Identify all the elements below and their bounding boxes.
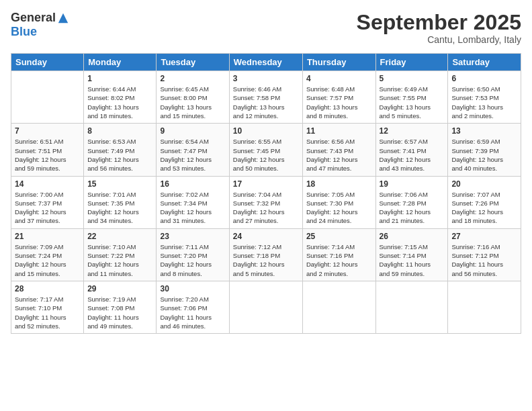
day-number: 30 <box>160 284 225 293</box>
day-number: 18 <box>306 179 372 189</box>
day-number: 28 <box>15 284 80 293</box>
day-info: Sunrise: 6:46 AMSunset: 7:58 PMDaylight:… <box>233 85 299 120</box>
calendar-cell <box>375 281 448 333</box>
calendar-cell <box>229 281 302 333</box>
calendar-cell: 24Sunrise: 7:12 AMSunset: 7:18 PMDayligh… <box>229 228 302 281</box>
subtitle: Cantu, Lombardy, Italy <box>357 34 521 45</box>
day-info: Sunrise: 7:16 AMSunset: 7:12 PMDaylight:… <box>451 242 517 278</box>
day-number: 10 <box>233 126 299 136</box>
calendar-cell: 23Sunrise: 7:11 AMSunset: 7:20 PMDayligh… <box>157 228 229 281</box>
day-info: Sunrise: 7:02 AMSunset: 7:34 PMDaylight:… <box>160 190 225 226</box>
day-header-tuesday: Tuesday <box>157 54 229 71</box>
day-header-sunday: Sunday <box>11 54 84 71</box>
day-number: 5 <box>380 74 445 83</box>
calendar: SundayMondayTuesdayWednesdayThursdayFrid… <box>11 53 521 334</box>
day-number: 8 <box>87 126 152 136</box>
day-info: Sunrise: 7:01 AMSunset: 7:35 PMDaylight:… <box>87 190 152 226</box>
calendar-cell: 25Sunrise: 7:14 AMSunset: 7:16 PMDayligh… <box>302 228 375 281</box>
day-info: Sunrise: 7:05 AMSunset: 7:30 PMDaylight:… <box>306 190 372 226</box>
calendar-cell: 14Sunrise: 7:00 AMSunset: 7:37 PMDayligh… <box>11 176 84 228</box>
day-number: 3 <box>233 74 299 83</box>
calendar-week-1: 1Sunrise: 6:44 AMSunset: 8:02 PMDaylight… <box>11 71 521 124</box>
day-info: Sunrise: 7:06 AMSunset: 7:28 PMDaylight:… <box>380 190 445 226</box>
calendar-cell: 13Sunrise: 6:59 AMSunset: 7:39 PMDayligh… <box>448 124 521 176</box>
header-row: SundayMondayTuesdayWednesdayThursdayFrid… <box>11 54 521 71</box>
day-info: Sunrise: 6:59 AMSunset: 7:39 PMDaylight:… <box>451 137 517 173</box>
day-header-thursday: Thursday <box>302 54 375 71</box>
calendar-cell: 28Sunrise: 7:17 AMSunset: 7:10 PMDayligh… <box>11 281 84 333</box>
day-number: 26 <box>380 232 445 241</box>
day-info: Sunrise: 6:48 AMSunset: 7:57 PMDaylight:… <box>306 85 372 120</box>
calendar-cell <box>448 281 521 333</box>
calendar-cell: 6Sunrise: 6:50 AMSunset: 7:53 PMDaylight… <box>448 71 521 124</box>
month-title: September 2025 <box>357 11 521 34</box>
day-number: 22 <box>87 232 152 241</box>
calendar-cell: 5Sunrise: 6:49 AMSunset: 7:55 PMDaylight… <box>375 71 448 124</box>
day-number: 14 <box>15 179 80 189</box>
logo: General Blue <box>11 11 69 39</box>
day-number: 29 <box>87 284 152 293</box>
day-info: Sunrise: 7:12 AMSunset: 7:18 PMDaylight:… <box>233 242 299 278</box>
day-info: Sunrise: 6:45 AMSunset: 8:00 PMDaylight:… <box>160 85 225 120</box>
calendar-cell: 18Sunrise: 7:05 AMSunset: 7:30 PMDayligh… <box>302 176 375 228</box>
day-number: 6 <box>451 74 517 83</box>
day-info: Sunrise: 7:19 AMSunset: 7:08 PMDaylight:… <box>87 295 152 330</box>
day-number: 24 <box>233 232 299 241</box>
day-info: Sunrise: 7:20 AMSunset: 7:06 PMDaylight:… <box>160 295 225 330</box>
calendar-cell: 7Sunrise: 6:51 AMSunset: 7:51 PMDaylight… <box>11 124 84 176</box>
title-area: September 2025 Cantu, Lombardy, Italy <box>357 11 521 45</box>
day-info: Sunrise: 7:10 AMSunset: 7:22 PMDaylight:… <box>87 242 152 278</box>
day-number: 23 <box>160 232 225 241</box>
day-number: 13 <box>451 126 517 136</box>
calendar-cell: 27Sunrise: 7:16 AMSunset: 7:12 PMDayligh… <box>448 228 521 281</box>
calendar-cell: 30Sunrise: 7:20 AMSunset: 7:06 PMDayligh… <box>157 281 229 333</box>
day-number: 19 <box>380 179 445 189</box>
day-number: 12 <box>380 126 445 136</box>
day-number: 2 <box>160 74 225 83</box>
day-header-wednesday: Wednesday <box>229 54 302 71</box>
day-header-saturday: Saturday <box>448 54 521 71</box>
calendar-cell: 2Sunrise: 6:45 AMSunset: 8:00 PMDaylight… <box>157 71 229 124</box>
day-info: Sunrise: 6:57 AMSunset: 7:41 PMDaylight:… <box>380 137 445 173</box>
calendar-cell: 4Sunrise: 6:48 AMSunset: 7:57 PMDaylight… <box>302 71 375 124</box>
day-header-friday: Friday <box>375 54 448 71</box>
calendar-cell: 12Sunrise: 6:57 AMSunset: 7:41 PMDayligh… <box>375 124 448 176</box>
day-info: Sunrise: 6:50 AMSunset: 7:53 PMDaylight:… <box>451 85 517 120</box>
day-number: 11 <box>306 126 372 136</box>
calendar-week-3: 14Sunrise: 7:00 AMSunset: 7:37 PMDayligh… <box>11 176 521 228</box>
day-info: Sunrise: 6:56 AMSunset: 7:43 PMDaylight:… <box>306 137 372 173</box>
day-number: 16 <box>160 179 225 189</box>
svg-marker-0 <box>58 13 68 22</box>
day-info: Sunrise: 6:54 AMSunset: 7:47 PMDaylight:… <box>160 137 225 173</box>
calendar-cell: 21Sunrise: 7:09 AMSunset: 7:24 PMDayligh… <box>11 228 84 281</box>
calendar-cell: 10Sunrise: 6:55 AMSunset: 7:45 PMDayligh… <box>229 124 302 176</box>
header: General Blue September 2025 Cantu, Lomba… <box>11 11 521 45</box>
day-number: 9 <box>160 126 225 136</box>
logo-general: General <box>11 11 56 25</box>
calendar-cell: 26Sunrise: 7:15 AMSunset: 7:14 PMDayligh… <box>375 228 448 281</box>
page-container: General Blue September 2025 Cantu, Lomba… <box>0 0 532 411</box>
calendar-cell: 1Sunrise: 6:44 AMSunset: 8:02 PMDaylight… <box>84 71 157 124</box>
day-number: 4 <box>306 74 372 83</box>
day-number: 1 <box>87 74 152 83</box>
calendar-cell: 19Sunrise: 7:06 AMSunset: 7:28 PMDayligh… <box>375 176 448 228</box>
calendar-cell <box>302 281 375 333</box>
calendar-cell: 3Sunrise: 6:46 AMSunset: 7:58 PMDaylight… <box>229 71 302 124</box>
calendar-cell: 15Sunrise: 7:01 AMSunset: 7:35 PMDayligh… <box>84 176 157 228</box>
day-info: Sunrise: 7:17 AMSunset: 7:10 PMDaylight:… <box>15 295 80 330</box>
logo-text: General <box>11 11 69 25</box>
calendar-cell <box>11 71 84 124</box>
calendar-week-5: 28Sunrise: 7:17 AMSunset: 7:10 PMDayligh… <box>11 281 521 333</box>
day-info: Sunrise: 6:53 AMSunset: 7:49 PMDaylight:… <box>87 137 152 173</box>
day-info: Sunrise: 7:04 AMSunset: 7:32 PMDaylight:… <box>233 190 299 226</box>
calendar-cell: 9Sunrise: 6:54 AMSunset: 7:47 PMDaylight… <box>157 124 229 176</box>
day-info: Sunrise: 7:15 AMSunset: 7:14 PMDaylight:… <box>380 242 445 278</box>
logo-icon <box>57 12 69 24</box>
day-info: Sunrise: 7:07 AMSunset: 7:26 PMDaylight:… <box>451 190 517 226</box>
day-header-monday: Monday <box>84 54 157 71</box>
calendar-week-4: 21Sunrise: 7:09 AMSunset: 7:24 PMDayligh… <box>11 228 521 281</box>
day-info: Sunrise: 6:49 AMSunset: 7:55 PMDaylight:… <box>380 85 445 120</box>
day-number: 20 <box>451 179 517 189</box>
day-number: 25 <box>306 232 372 241</box>
day-info: Sunrise: 7:09 AMSunset: 7:24 PMDaylight:… <box>15 242 80 278</box>
